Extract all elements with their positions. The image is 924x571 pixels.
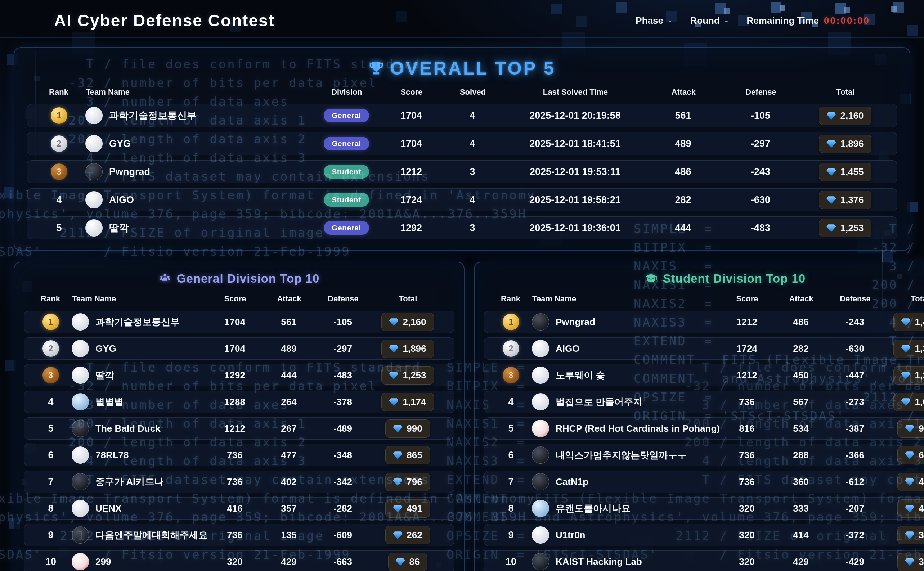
table-row: 7 중구가 AI키드나 736 402 -342 796 [24, 471, 454, 493]
diamond-icon [396, 558, 405, 566]
diamond-icon [389, 398, 398, 406]
total-value: 963 [919, 423, 924, 434]
rank-number: 8 [48, 503, 53, 514]
diamond-icon [393, 451, 402, 459]
total-badge: 1,455 [893, 313, 924, 331]
col-attack: Attack [648, 88, 719, 97]
attack-value: 444 [262, 370, 316, 381]
diamond-icon [827, 224, 836, 232]
total-badge: 1,253 [381, 366, 433, 384]
score-value: 816 [720, 423, 774, 434]
team-name: GYG [109, 138, 131, 150]
score-value: 1212 [720, 316, 774, 328]
team-name: 과학기술정보통신부 [109, 109, 197, 122]
round-indicator: Round - [690, 15, 728, 26]
col-score: Score [208, 294, 262, 304]
remaining-time-label: Remaining Time [747, 15, 819, 26]
rank-number: 9 [508, 529, 514, 541]
diamond-icon [827, 112, 836, 120]
rank-badge-gold: 1 [51, 107, 67, 124]
diamond-icon [905, 424, 914, 433]
overall-table-header: Rank Team Name Division Score Solved Las… [27, 85, 897, 99]
defense-value: -273 [828, 397, 882, 407]
avatar [532, 367, 549, 384]
rank-number: 4 [56, 194, 62, 205]
solved-value: 4 [442, 110, 503, 121]
team-name: 딸깍 [96, 369, 114, 382]
total-value: 1,896 [403, 343, 426, 354]
total-badge: 86 [388, 552, 427, 571]
diamond-icon [901, 318, 910, 326]
diamond-icon [393, 424, 402, 433]
col-team-name: Team Name [529, 294, 720, 304]
rank-badge-bronze: 3 [503, 367, 519, 383]
total-value: 320 [919, 556, 924, 567]
avatar [532, 340, 549, 357]
avatar [532, 393, 549, 411]
attack-value: 444 [647, 222, 719, 234]
total-value: 1,253 [840, 222, 864, 234]
avatar [85, 107, 103, 124]
diamond-icon [393, 531, 402, 539]
attack-value: 567 [774, 397, 828, 407]
col-last-solved-time: Last Solved Time [503, 88, 648, 97]
score-value: 320 [720, 503, 774, 514]
col-solved: Solved [442, 88, 503, 97]
total-value: 86 [409, 556, 420, 567]
solved-value: 4 [442, 194, 503, 205]
avatar [72, 313, 89, 330]
attack-value: 486 [774, 316, 828, 328]
score-value: 320 [720, 556, 774, 567]
defense-value: -348 [316, 450, 370, 461]
rank-number: 6 [48, 450, 53, 461]
table-row: 5 The Bald Duck 1212 267 -489 990 [24, 417, 454, 440]
col-attack: Attack [262, 294, 316, 304]
col-defense: Defense [719, 88, 802, 97]
diamond-icon [905, 478, 914, 486]
score-value: 736 [720, 450, 774, 461]
score-value: 416 [208, 503, 262, 514]
table-row: 9 다음엔주말에대회해주세요 736 135 -609 262 [24, 524, 454, 546]
leaderboard-main: OVERALL TOP 5 Rank Team Name Division Sc… [0, 38, 924, 571]
total-badge: 262 [385, 526, 430, 544]
avatar [532, 473, 549, 490]
remaining-time-value: 00:00:00 [824, 15, 870, 26]
score-value: 736 [208, 450, 262, 461]
total-badge: 1,030 [893, 393, 924, 411]
col-division: Division [313, 88, 381, 97]
score-value: 1292 [208, 370, 262, 381]
score-value: 1292 [381, 222, 442, 234]
total-badge: 1,896 [819, 135, 871, 153]
attack-value: 357 [262, 503, 316, 514]
attack-value: 429 [262, 556, 316, 567]
diamond-icon [827, 196, 836, 204]
total-value: 796 [407, 476, 422, 488]
score-value: 1704 [208, 316, 262, 328]
rank-number: 10 [506, 556, 516, 567]
general-table-rows: 1 과학기술정보통신부 1704 561 -105 2,160 2 GYG 17… [24, 311, 454, 571]
total-value: 1,253 [403, 370, 426, 381]
score-value: 1212 [720, 370, 774, 381]
rank-number: 6 [508, 450, 514, 461]
team-name: 유캔도를아시나요 [555, 502, 631, 515]
attack-value: 561 [647, 110, 719, 121]
avatar [72, 553, 89, 570]
team-name: GYG [96, 343, 116, 354]
phase-indicator: Phase - [636, 15, 671, 26]
attack-value: 429 [774, 556, 828, 567]
avatar [532, 446, 549, 464]
total-badge: 990 [385, 420, 430, 438]
defense-value: -429 [828, 556, 882, 567]
team-name: RHCP (Red Hot Cardinals in Pohang) [555, 423, 720, 434]
division-badge: General [324, 137, 369, 150]
diamond-icon [905, 558, 914, 566]
rank-badge-silver: 2 [43, 340, 59, 357]
division-badge: General [324, 221, 369, 235]
attack-value: 534 [774, 423, 828, 434]
diamond-icon [827, 140, 836, 148]
avatar [72, 473, 89, 490]
overall-title-text: OVERALL TOP 5 [390, 58, 555, 79]
team-name: 노루웨이 숯 [555, 369, 605, 382]
diamond-icon [905, 505, 914, 513]
graduation-cap-icon [645, 273, 657, 285]
